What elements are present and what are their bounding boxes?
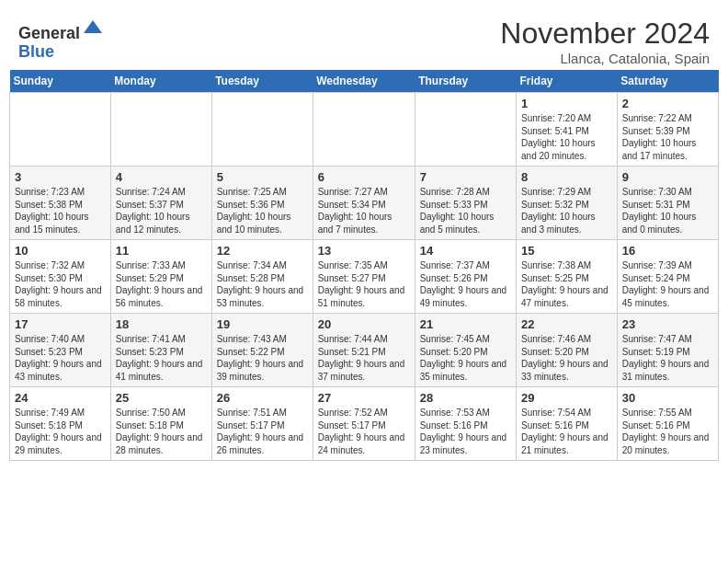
day-number: 26 — [217, 391, 308, 405]
day-info: Sunrise: 7:50 AMSunset: 5:18 PMDaylight:… — [116, 407, 207, 456]
day-number: 21 — [420, 317, 511, 331]
calendar-day-header: Saturday — [617, 70, 718, 93]
calendar-cell: 17Sunrise: 7:40 AMSunset: 5:23 PMDayligh… — [10, 314, 111, 387]
calendar-week-row: 3Sunrise: 7:23 AMSunset: 5:38 PMDaylight… — [10, 167, 719, 240]
day-number: 16 — [622, 244, 713, 258]
calendar-cell: 11Sunrise: 7:33 AMSunset: 5:29 PMDayligh… — [110, 240, 211, 314]
calendar-day-header: Thursday — [415, 70, 516, 93]
day-info: Sunrise: 7:32 AMSunset: 5:30 PMDaylight:… — [15, 259, 106, 309]
day-info: Sunrise: 7:34 AMSunset: 5:28 PMDaylight:… — [217, 259, 308, 309]
calendar-day-header: Wednesday — [313, 70, 415, 93]
calendar-cell: 25Sunrise: 7:50 AMSunset: 5:18 PMDayligh… — [110, 387, 211, 461]
calendar-cell: 10Sunrise: 7:32 AMSunset: 5:30 PMDayligh… — [10, 240, 111, 314]
calendar-week-row: 10Sunrise: 7:32 AMSunset: 5:30 PMDayligh… — [10, 240, 719, 314]
day-info: Sunrise: 7:53 AMSunset: 5:16 PMDaylight:… — [420, 407, 511, 456]
calendar-cell: 16Sunrise: 7:39 AMSunset: 5:24 PMDayligh… — [617, 240, 718, 314]
calendar-cell: 21Sunrise: 7:45 AMSunset: 5:20 PMDayligh… — [415, 314, 516, 387]
calendar-table: SundayMondayTuesdayWednesdayThursdayFrid… — [9, 70, 719, 461]
day-number: 19 — [217, 317, 308, 331]
calendar-cell — [10, 93, 111, 167]
day-number: 5 — [217, 170, 308, 184]
day-number: 4 — [116, 170, 207, 184]
calendar-cell: 4Sunrise: 7:24 AMSunset: 5:37 PMDaylight… — [110, 167, 211, 240]
svg-marker-0 — [84, 20, 102, 33]
logo-icon — [82, 17, 104, 39]
calendar-week-row: 17Sunrise: 7:40 AMSunset: 5:23 PMDayligh… — [10, 314, 719, 387]
day-info: Sunrise: 7:23 AMSunset: 5:38 PMDaylight:… — [15, 186, 106, 236]
calendar-cell: 26Sunrise: 7:51 AMSunset: 5:17 PMDayligh… — [211, 387, 313, 461]
calendar-day-header: Tuesday — [211, 70, 313, 93]
calendar-cell: 18Sunrise: 7:41 AMSunset: 5:23 PMDayligh… — [110, 314, 211, 387]
calendar-cell: 3Sunrise: 7:23 AMSunset: 5:38 PMDaylight… — [10, 167, 111, 240]
calendar-cell: 23Sunrise: 7:47 AMSunset: 5:19 PMDayligh… — [617, 314, 718, 387]
calendar-cell: 9Sunrise: 7:30 AMSunset: 5:31 PMDaylight… — [617, 167, 718, 240]
day-info: Sunrise: 7:22 AMSunset: 5:39 PMDaylight:… — [622, 112, 713, 162]
calendar-cell: 15Sunrise: 7:38 AMSunset: 5:25 PMDayligh… — [517, 240, 618, 314]
calendar-day-header: Friday — [517, 70, 618, 93]
calendar-cell: 27Sunrise: 7:52 AMSunset: 5:17 PMDayligh… — [313, 387, 415, 461]
calendar-day-header: Monday — [110, 70, 211, 93]
day-info: Sunrise: 7:46 AMSunset: 5:20 PMDaylight:… — [521, 333, 612, 383]
day-number: 25 — [116, 391, 207, 405]
calendar-cell: 2Sunrise: 7:22 AMSunset: 5:39 PMDaylight… — [617, 93, 718, 167]
day-info: Sunrise: 7:41 AMSunset: 5:23 PMDaylight:… — [116, 333, 207, 383]
day-number: 1 — [521, 97, 612, 110]
calendar-cell — [415, 93, 516, 167]
title-block: November 2024 Llanca, Catalonia, Spain — [500, 17, 710, 66]
day-number: 22 — [521, 317, 612, 331]
day-number: 24 — [15, 391, 106, 405]
day-info: Sunrise: 7:54 AMSunset: 5:16 PMDaylight:… — [521, 407, 612, 456]
day-number: 28 — [420, 391, 511, 405]
day-number: 30 — [622, 391, 713, 405]
day-number: 17 — [15, 317, 106, 331]
day-info: Sunrise: 7:28 AMSunset: 5:33 PMDaylight:… — [420, 186, 511, 236]
calendar-cell: 5Sunrise: 7:25 AMSunset: 5:36 PMDaylight… — [211, 167, 313, 240]
calendar-cell: 8Sunrise: 7:29 AMSunset: 5:32 PMDaylight… — [517, 167, 618, 240]
calendar-day-header: Sunday — [10, 70, 111, 93]
calendar-cell — [313, 93, 415, 167]
day-info: Sunrise: 7:52 AMSunset: 5:17 PMDaylight:… — [318, 407, 410, 456]
day-info: Sunrise: 7:20 AMSunset: 5:41 PMDaylight:… — [521, 112, 612, 162]
day-number: 2 — [622, 97, 713, 110]
day-info: Sunrise: 7:24 AMSunset: 5:37 PMDaylight:… — [116, 186, 207, 236]
day-number: 6 — [318, 170, 410, 184]
day-info: Sunrise: 7:25 AMSunset: 5:36 PMDaylight:… — [217, 186, 308, 236]
day-number: 11 — [116, 244, 207, 258]
calendar-body: 1Sunrise: 7:20 AMSunset: 5:41 PMDaylight… — [10, 93, 719, 461]
day-number: 7 — [420, 170, 511, 184]
day-info: Sunrise: 7:35 AMSunset: 5:27 PMDaylight:… — [318, 259, 410, 309]
day-info: Sunrise: 7:27 AMSunset: 5:34 PMDaylight:… — [318, 186, 410, 236]
calendar-cell — [110, 93, 211, 167]
calendar-cell: 14Sunrise: 7:37 AMSunset: 5:26 PMDayligh… — [415, 240, 516, 314]
day-info: Sunrise: 7:44 AMSunset: 5:21 PMDaylight:… — [318, 333, 410, 383]
calendar-cell: 1Sunrise: 7:20 AMSunset: 5:41 PMDaylight… — [517, 93, 618, 167]
day-number: 15 — [521, 244, 612, 258]
calendar-week-row: 24Sunrise: 7:49 AMSunset: 5:18 PMDayligh… — [10, 387, 719, 461]
calendar-cell: 12Sunrise: 7:34 AMSunset: 5:28 PMDayligh… — [211, 240, 313, 314]
day-number: 10 — [15, 244, 106, 258]
calendar-cell: 7Sunrise: 7:28 AMSunset: 5:33 PMDaylight… — [415, 167, 516, 240]
day-info: Sunrise: 7:49 AMSunset: 5:18 PMDaylight:… — [15, 407, 106, 456]
day-info: Sunrise: 7:37 AMSunset: 5:26 PMDaylight:… — [420, 259, 511, 309]
calendar-cell: 28Sunrise: 7:53 AMSunset: 5:16 PMDayligh… — [415, 387, 516, 461]
day-number: 8 — [521, 170, 612, 184]
calendar-header: SundayMondayTuesdayWednesdayThursdayFrid… — [10, 70, 719, 93]
logo: General Blue — [18, 17, 104, 62]
day-number: 14 — [420, 244, 511, 258]
day-info: Sunrise: 7:45 AMSunset: 5:20 PMDaylight:… — [420, 333, 511, 383]
day-info: Sunrise: 7:43 AMSunset: 5:22 PMDaylight:… — [217, 333, 308, 383]
month-title: November 2024 — [500, 17, 710, 51]
logo-general-text: General — [18, 24, 80, 42]
calendar-cell — [211, 93, 313, 167]
day-info: Sunrise: 7:47 AMSunset: 5:19 PMDaylight:… — [622, 333, 713, 383]
day-info: Sunrise: 7:29 AMSunset: 5:32 PMDaylight:… — [521, 186, 612, 236]
calendar-cell: 13Sunrise: 7:35 AMSunset: 5:27 PMDayligh… — [313, 240, 415, 314]
day-info: Sunrise: 7:39 AMSunset: 5:24 PMDaylight:… — [622, 259, 713, 309]
day-number: 20 — [318, 317, 410, 331]
day-number: 23 — [622, 317, 713, 331]
page-header: General Blue November 2024 Llanca, Catal… — [9, 9, 719, 70]
day-info: Sunrise: 7:55 AMSunset: 5:16 PMDaylight:… — [622, 407, 713, 456]
calendar-cell: 19Sunrise: 7:43 AMSunset: 5:22 PMDayligh… — [211, 314, 313, 387]
logo-blue-text: Blue — [18, 42, 54, 61]
calendar-cell: 22Sunrise: 7:46 AMSunset: 5:20 PMDayligh… — [517, 314, 618, 387]
